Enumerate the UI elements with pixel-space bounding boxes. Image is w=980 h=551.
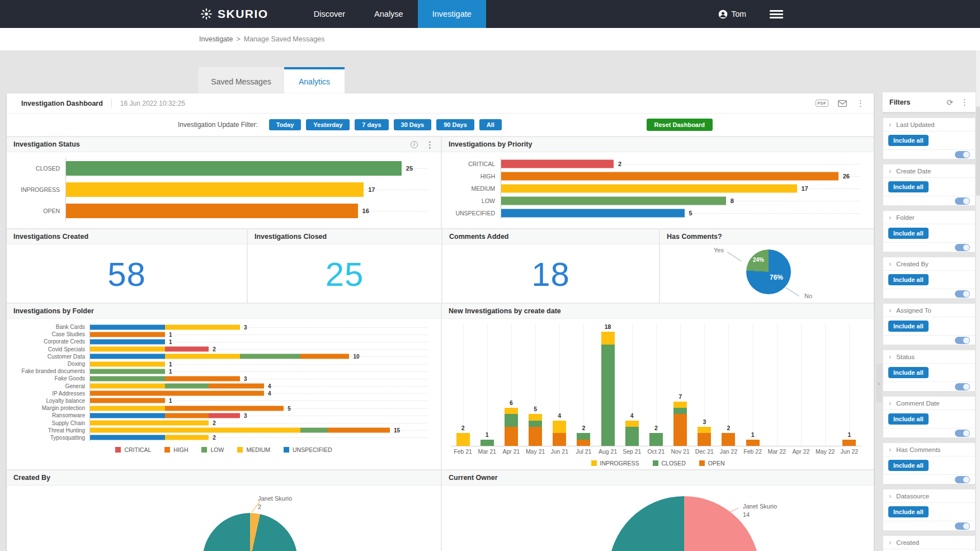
include-all-button[interactable]: Include all xyxy=(888,228,929,239)
legend-label: UNSPECIFIED xyxy=(293,446,332,453)
bar-category-label: INPROGRESS xyxy=(7,186,65,193)
hamburger-menu-icon[interactable] xyxy=(770,8,783,20)
user-icon xyxy=(718,10,728,19)
filter-toggle-switch[interactable] xyxy=(955,197,970,205)
column-stack xyxy=(577,433,590,446)
nav-item-investigate[interactable]: Investigate xyxy=(418,0,486,28)
bar-value-label: 25 xyxy=(406,165,413,172)
filter-section-toggle-folder[interactable]: ›Folder xyxy=(883,211,975,224)
filter-section-body: Include all xyxy=(883,224,975,243)
filter-section-toggle-create-date[interactable]: ›Create Date xyxy=(883,164,975,178)
include-all-button[interactable]: Include all xyxy=(888,181,929,192)
gridline xyxy=(825,323,826,446)
filter-section-created-by: ›Created ByInclude all xyxy=(883,257,976,299)
include-all-button[interactable]: Include all xyxy=(888,367,929,378)
column-slot: 2 xyxy=(451,323,475,446)
x-axis-label: May 22 xyxy=(813,448,837,455)
page-title: Investigation Dashboard xyxy=(21,100,103,107)
column-stack xyxy=(842,440,856,446)
column-segment-open xyxy=(746,440,760,446)
filter-section-toggle-status[interactable]: ›Status xyxy=(883,350,975,364)
include-all-button[interactable]: Include all xyxy=(888,413,929,425)
filters-drawer-handle[interactable]: ‹ xyxy=(876,364,882,403)
filter-button-yesterday[interactable]: Yesterday xyxy=(306,119,350,130)
bar-track: 1 xyxy=(89,360,431,368)
filter-section-toggle-has-comments[interactable]: ›Has Comments xyxy=(883,443,975,456)
filter-section-toggle-created[interactable]: ›Created xyxy=(883,536,975,549)
filter-toggle-switch[interactable] xyxy=(955,522,970,530)
bar-track: 25 xyxy=(65,158,431,179)
create-date-column-chart: 216542184273211 xyxy=(451,323,861,446)
filter-button-7-days[interactable]: 7 days xyxy=(355,119,388,130)
callout-value: 14 xyxy=(743,511,777,519)
chevron-right-icon: › xyxy=(889,492,891,500)
nav-item-analyse[interactable]: Analyse xyxy=(360,0,418,28)
email-icon[interactable] xyxy=(838,100,847,107)
include-all-button[interactable]: Include all xyxy=(888,274,929,285)
bar-segment-unspecified xyxy=(90,413,165,418)
filter-toggle-switch[interactable] xyxy=(955,244,970,251)
legend-swatch xyxy=(284,447,289,453)
filter-button-today[interactable]: Today xyxy=(269,119,301,130)
scrollbar-thumb[interactable] xyxy=(976,106,980,196)
column-slot: 4 xyxy=(548,323,572,446)
filter-toggle-switch[interactable] xyxy=(955,337,970,344)
dashboard-menu-icon[interactable]: ⋮ xyxy=(856,99,865,107)
filter-section-comment-date: ›Comment DateInclude all xyxy=(883,396,976,438)
info-icon[interactable]: i xyxy=(411,141,418,148)
filter-section-toggle-datasource[interactable]: ›Datasource xyxy=(883,489,975,503)
dashboard-header: Investigation Dashboard 16 Jun 2022 10:3… xyxy=(7,93,874,114)
filter-section-toggle-assigned-to[interactable]: ›Assigned To xyxy=(883,304,975,317)
filter-button-all[interactable]: All xyxy=(479,119,502,130)
tab-saved-messages[interactable]: Saved Messages xyxy=(198,67,284,93)
filter-button-90-days[interactable]: 90 Days xyxy=(436,119,474,130)
toggle-knob xyxy=(963,523,969,529)
stacked-bar xyxy=(90,435,209,440)
filter-toggle-switch[interactable] xyxy=(955,383,970,390)
column-segment-inprogress xyxy=(529,414,542,420)
column-slot: 1 xyxy=(741,323,765,446)
tab-analytics[interactable]: Analytics xyxy=(284,67,345,93)
filter-section-toggle-comment-date[interactable]: ›Comment Date xyxy=(883,397,975,410)
toggle-knob xyxy=(963,337,969,343)
panel-menu-icon[interactable]: ⋮ xyxy=(426,140,434,149)
bar-row: Bank Cards3 xyxy=(7,323,441,331)
stacked-bar xyxy=(90,332,165,337)
panel-investigation-status: Investigation Status i ⋮ CLOSED25INPROGR… xyxy=(7,137,441,228)
export-pdf-icon[interactable]: PDF xyxy=(816,100,829,107)
refresh-icon[interactable]: ⟳ xyxy=(946,98,953,107)
filter-toggle-switch[interactable] xyxy=(955,151,970,158)
bar-value-label: 1 xyxy=(169,368,172,374)
nav-item-discover[interactable]: Discover xyxy=(299,0,360,28)
user-menu[interactable]: Tom xyxy=(718,10,746,19)
panel-title: Investigations by Folder xyxy=(13,307,94,315)
filter-section-toggle-last-updated[interactable]: ›Last Updated xyxy=(883,118,975,131)
include-all-button[interactable]: Include all xyxy=(888,135,929,146)
bar-segment-high xyxy=(90,391,264,396)
filter-button-30-days[interactable]: 30 Days xyxy=(394,119,432,130)
legend-item-inprogress: INPROGRESS xyxy=(591,460,639,467)
toggle-knob xyxy=(963,152,969,158)
column-slot xyxy=(813,323,837,446)
callout-label: Janet Skurio xyxy=(258,495,292,503)
include-all-button[interactable]: Include all xyxy=(888,321,929,332)
column-segment-closed xyxy=(625,427,639,446)
panel-title: Current Owner xyxy=(449,474,498,482)
filter-toggle-switch[interactable] xyxy=(955,430,970,437)
filter-toggle-switch[interactable] xyxy=(955,476,970,483)
column-segment-closed xyxy=(529,421,542,427)
column-value-label: 4 xyxy=(630,412,634,419)
x-axis-label: Feb 22 xyxy=(741,448,765,455)
column-slot: 1 xyxy=(475,323,499,446)
breadcrumb-section[interactable]: Investigate xyxy=(199,35,233,43)
column-stack xyxy=(553,421,566,446)
column-segment-closed xyxy=(480,440,494,446)
column-segment-inprogress xyxy=(625,421,639,427)
reset-dashboard-button[interactable]: Reset Dashboard xyxy=(647,119,713,131)
bar-row: Ransomware3 xyxy=(7,412,441,419)
filter-toggle-switch[interactable] xyxy=(955,290,970,298)
include-all-button[interactable]: Include all xyxy=(888,506,929,517)
include-all-button[interactable]: Include all xyxy=(888,460,929,471)
filter-section-toggle-created-by[interactable]: ›Created By xyxy=(883,257,975,271)
filters-menu-icon[interactable]: ⋮ xyxy=(960,98,969,106)
